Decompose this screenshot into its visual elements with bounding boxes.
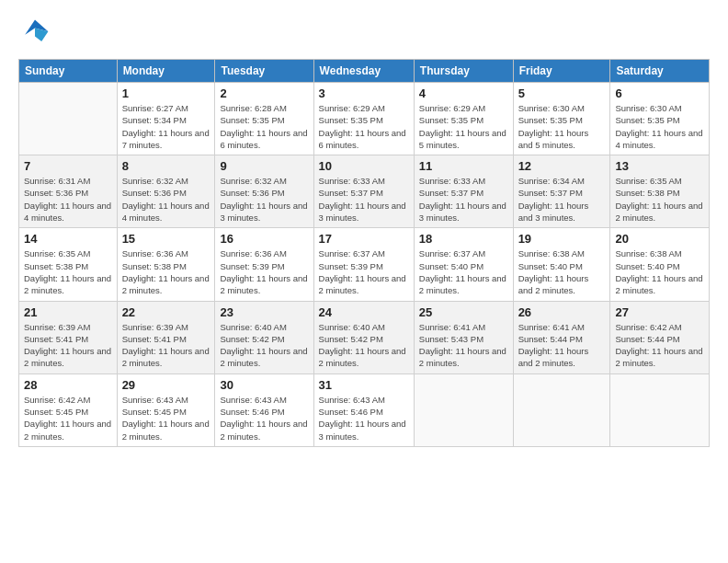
calendar-cell: 5Sunrise: 6:30 AMSunset: 5:35 PMDaylight…	[513, 83, 610, 155]
calendar-cell: 29Sunrise: 6:43 AMSunset: 5:45 PMDayligh…	[117, 373, 215, 446]
day-number: 9	[220, 159, 308, 173]
calendar-cell: 21Sunrise: 6:39 AMSunset: 5:41 PMDayligh…	[19, 301, 118, 373]
sunset-label: Sunset: 5:40 PM	[419, 261, 483, 271]
sunrise-label: Sunrise: 6:29 AM	[419, 103, 485, 113]
day-info: Sunrise: 6:35 AMSunset: 5:38 PMDaylight:…	[24, 247, 112, 296]
day-info: Sunrise: 6:39 AMSunset: 5:41 PMDaylight:…	[122, 321, 210, 370]
calendar-cell	[513, 373, 610, 446]
sunset-label: Sunset: 5:42 PM	[319, 334, 383, 344]
sunset-label: Sunset: 5:42 PM	[220, 334, 284, 344]
daylight-label: Daylight: 11 hours and 2 minutes.	[518, 346, 589, 368]
daylight-label: Daylight: 11 hours and 2 minutes.	[419, 346, 506, 368]
calendar-cell: 22Sunrise: 6:39 AMSunset: 5:41 PMDayligh…	[117, 301, 215, 373]
day-number: 12	[518, 159, 606, 173]
calendar-header-row: SundayMondayTuesdayWednesdayThursdayFrid…	[19, 60, 710, 83]
day-number: 10	[319, 159, 409, 173]
day-number: 7	[24, 159, 112, 173]
daylight-label: Daylight: 11 hours and 2 minutes.	[615, 273, 702, 295]
sunrise-label: Sunrise: 6:43 AM	[220, 395, 286, 405]
daylight-label: Daylight: 11 hours and 2 minutes.	[122, 273, 210, 295]
sunrise-label: Sunrise: 6:43 AM	[319, 395, 385, 405]
calendar-cell: 23Sunrise: 6:40 AMSunset: 5:42 PMDayligh…	[215, 301, 313, 373]
day-number: 6	[615, 86, 704, 100]
sunrise-label: Sunrise: 6:42 AM	[24, 395, 90, 405]
day-info: Sunrise: 6:36 AMSunset: 5:39 PMDaylight:…	[220, 247, 308, 296]
sunrise-label: Sunrise: 6:28 AM	[220, 103, 286, 113]
day-info: Sunrise: 6:29 AMSunset: 5:35 PMDaylight:…	[319, 102, 409, 151]
sunset-label: Sunset: 5:38 PM	[615, 188, 679, 198]
calendar-cell: 1Sunrise: 6:27 AMSunset: 5:34 PMDaylight…	[117, 83, 215, 155]
sunset-label: Sunset: 5:45 PM	[122, 407, 187, 417]
sunset-label: Sunset: 5:41 PM	[24, 334, 88, 344]
sunrise-label: Sunrise: 6:27 AM	[122, 103, 188, 113]
sunset-label: Sunset: 5:38 PM	[122, 261, 187, 271]
daylight-label: Daylight: 11 hours and 2 minutes.	[24, 273, 111, 295]
col-header-tuesday: Tuesday	[215, 60, 313, 83]
sunrise-label: Sunrise: 6:41 AM	[419, 322, 485, 332]
calendar-cell: 24Sunrise: 6:40 AMSunset: 5:42 PMDayligh…	[313, 301, 414, 373]
daylight-label: Daylight: 11 hours and 4 minutes.	[615, 128, 702, 150]
day-info: Sunrise: 6:37 AMSunset: 5:39 PMDaylight:…	[319, 247, 409, 296]
sunrise-label: Sunrise: 6:32 AM	[122, 176, 188, 186]
calendar-cell: 14Sunrise: 6:35 AMSunset: 5:38 PMDayligh…	[19, 228, 118, 301]
calendar-cell: 8Sunrise: 6:32 AMSunset: 5:36 PMDaylight…	[117, 155, 215, 228]
day-info: Sunrise: 6:42 AMSunset: 5:45 PMDaylight:…	[24, 394, 112, 442]
day-info: Sunrise: 6:43 AMSunset: 5:45 PMDaylight:…	[122, 394, 210, 442]
sunrise-label: Sunrise: 6:42 AM	[615, 322, 681, 332]
day-number: 29	[122, 378, 210, 392]
sunrise-label: Sunrise: 6:35 AM	[615, 176, 681, 186]
sunrise-label: Sunrise: 6:36 AM	[220, 248, 286, 259]
day-number: 21	[24, 305, 112, 319]
calendar-cell	[19, 83, 118, 155]
daylight-label: Daylight: 11 hours and 2 minutes.	[615, 346, 702, 368]
calendar-cell: 2Sunrise: 6:28 AMSunset: 5:35 PMDaylight…	[215, 83, 313, 155]
day-info: Sunrise: 6:43 AMSunset: 5:46 PMDaylight:…	[220, 394, 308, 442]
day-number: 5	[518, 86, 606, 100]
daylight-label: Daylight: 11 hours and 2 minutes.	[122, 346, 210, 368]
day-number: 26	[518, 305, 606, 319]
sunrise-label: Sunrise: 6:33 AM	[419, 176, 485, 186]
sunset-label: Sunset: 5:46 PM	[319, 407, 383, 417]
sunset-label: Sunset: 5:34 PM	[122, 115, 187, 125]
calendar-table: SundayMondayTuesdayWednesdayThursdayFrid…	[18, 59, 710, 447]
sunrise-label: Sunrise: 6:40 AM	[220, 322, 286, 332]
day-number: 28	[24, 378, 112, 392]
calendar-cell	[414, 373, 513, 446]
week-row-5: 28Sunrise: 6:42 AMSunset: 5:45 PMDayligh…	[19, 373, 710, 446]
calendar-cell: 25Sunrise: 6:41 AMSunset: 5:43 PMDayligh…	[414, 301, 513, 373]
sunrise-label: Sunrise: 6:33 AM	[319, 176, 385, 186]
sunset-label: Sunset: 5:36 PM	[122, 188, 187, 198]
sunrise-label: Sunrise: 6:38 AM	[615, 248, 681, 259]
calendar-cell: 31Sunrise: 6:43 AMSunset: 5:46 PMDayligh…	[313, 373, 414, 446]
sunrise-label: Sunrise: 6:31 AM	[24, 176, 90, 186]
day-info: Sunrise: 6:41 AMSunset: 5:43 PMDaylight:…	[419, 321, 508, 370]
sunset-label: Sunset: 5:44 PM	[615, 334, 679, 344]
daylight-label: Daylight: 11 hours and 2 minutes.	[319, 346, 406, 368]
sunrise-label: Sunrise: 6:34 AM	[518, 176, 585, 186]
day-info: Sunrise: 6:37 AMSunset: 5:40 PMDaylight:…	[419, 247, 508, 296]
sunrise-label: Sunrise: 6:39 AM	[122, 322, 188, 332]
sunset-label: Sunset: 5:39 PM	[319, 261, 383, 271]
week-row-1: 1Sunrise: 6:27 AMSunset: 5:34 PMDaylight…	[19, 83, 710, 155]
day-info: Sunrise: 6:43 AMSunset: 5:46 PMDaylight:…	[319, 394, 409, 442]
daylight-label: Daylight: 11 hours and 5 minutes.	[518, 128, 589, 150]
day-number: 30	[220, 378, 308, 392]
sunrise-label: Sunrise: 6:30 AM	[518, 103, 585, 113]
day-info: Sunrise: 6:35 AMSunset: 5:38 PMDaylight:…	[615, 175, 704, 224]
logo-icon	[18, 17, 51, 50]
calendar-cell: 30Sunrise: 6:43 AMSunset: 5:46 PMDayligh…	[215, 373, 313, 446]
daylight-label: Daylight: 11 hours and 2 minutes.	[24, 346, 111, 368]
day-number: 14	[24, 232, 112, 246]
day-number: 2	[220, 86, 308, 100]
calendar-cell: 3Sunrise: 6:29 AMSunset: 5:35 PMDaylight…	[313, 83, 414, 155]
daylight-label: Daylight: 11 hours and 3 minutes.	[518, 201, 589, 223]
day-info: Sunrise: 6:40 AMSunset: 5:42 PMDaylight:…	[319, 321, 409, 370]
day-info: Sunrise: 6:39 AMSunset: 5:41 PMDaylight:…	[24, 321, 112, 370]
calendar-cell: 18Sunrise: 6:37 AMSunset: 5:40 PMDayligh…	[414, 228, 513, 301]
day-info: Sunrise: 6:31 AMSunset: 5:36 PMDaylight:…	[24, 175, 112, 224]
day-number: 27	[615, 305, 704, 319]
logo	[18, 17, 55, 50]
sunrise-label: Sunrise: 6:37 AM	[319, 248, 385, 259]
calendar-cell: 13Sunrise: 6:35 AMSunset: 5:38 PMDayligh…	[610, 155, 710, 228]
daylight-label: Daylight: 11 hours and 2 minutes.	[615, 201, 702, 223]
